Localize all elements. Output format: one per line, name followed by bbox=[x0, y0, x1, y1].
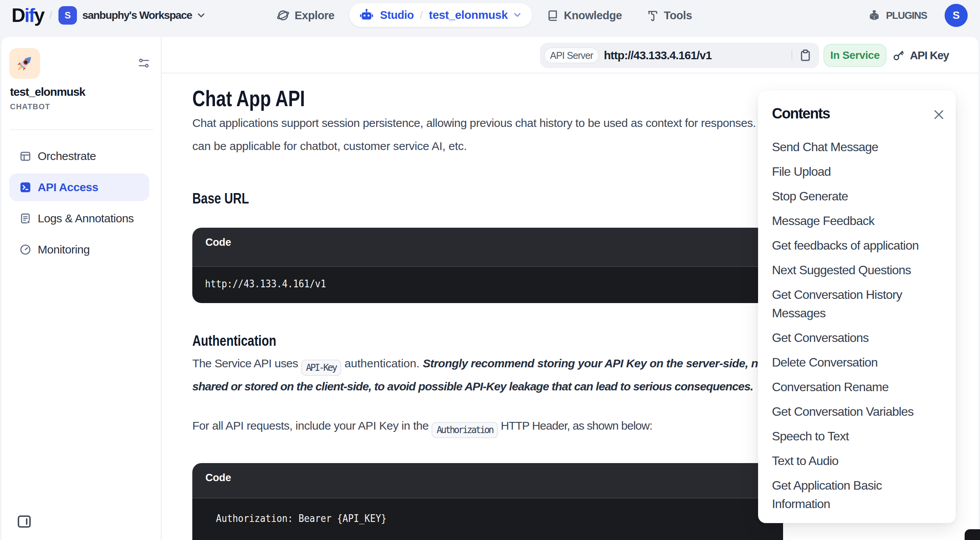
contents-item[interactable]: Send Chat Message bbox=[772, 138, 942, 156]
code-block-body: Authorization: Bearer {API_KEY} bbox=[192, 498, 783, 540]
base-url-code-block: Code http://43.133.4.161/v1 bbox=[192, 228, 783, 303]
contents-item[interactable]: Text to Audio bbox=[772, 452, 942, 470]
contents-item[interactable]: Next Suggested Questions bbox=[772, 261, 942, 279]
sidebar-nav: Orchestrate API Access Logs & Annotation… bbox=[9, 142, 149, 267]
window-grid-icon bbox=[19, 150, 32, 162]
hammer-icon bbox=[646, 9, 659, 22]
sidebar-item-label: Orchestrate bbox=[38, 150, 96, 163]
api-box-divider bbox=[792, 50, 792, 61]
sidebar-item-label: API Access bbox=[38, 181, 98, 194]
collapse-sidebar-icon[interactable] bbox=[18, 515, 31, 528]
sliders-icon[interactable] bbox=[138, 57, 150, 69]
sidebar-item-monitoring[interactable]: Monitoring bbox=[9, 236, 149, 263]
code-block-body: http://43.133.4.161/v1 bbox=[192, 267, 783, 303]
user-avatar[interactable]: S bbox=[945, 4, 968, 27]
header-right: PLUGINS S bbox=[868, 0, 968, 31]
close-icon bbox=[932, 108, 945, 121]
intro-paragraph-line2: can be applicable for chatbot, customer … bbox=[192, 140, 467, 153]
logo-part-if: if bbox=[25, 4, 34, 27]
intro-paragraph-line1: Chat applications support session persis… bbox=[192, 117, 781, 130]
contents-item[interactable]: Message Feedback bbox=[772, 212, 942, 230]
terminal-icon bbox=[19, 181, 32, 193]
logo-part-d: D bbox=[12, 4, 25, 27]
authorization-chip: Authorization bbox=[432, 422, 498, 438]
authorization-code-block: Code Authorization: Bearer {API_KEY} bbox=[192, 463, 783, 540]
app-sidebar: test_elonmusk CHATBOT Orchestrate API Ac… bbox=[2, 37, 162, 540]
contents-item[interactable]: Get Application Basic Information bbox=[772, 476, 942, 513]
app-name: test_elonmusk bbox=[10, 85, 85, 98]
chevron-down-icon bbox=[512, 10, 522, 20]
contents-item[interactable]: Delete Conversation bbox=[772, 353, 942, 372]
tab-tools-label: Tools bbox=[664, 9, 692, 22]
base-url-code: http://43.133.4.161/v1 bbox=[205, 278, 326, 290]
authentication-heading: Authentication bbox=[192, 332, 276, 349]
dify-logo[interactable]: Dify bbox=[12, 0, 44, 31]
api-server-url: http://43.133.4.161/v1 bbox=[604, 49, 792, 62]
contents-item[interactable]: Get Conversation Variables bbox=[772, 402, 942, 421]
contents-item[interactable]: Get feedbacks of application bbox=[772, 236, 942, 255]
logo-part-y: y bbox=[34, 4, 44, 27]
plugins-button[interactable]: PLUGINS bbox=[868, 9, 927, 22]
api-key-chip: API-Key bbox=[301, 360, 342, 376]
sidebar-item-label: Monitoring bbox=[38, 243, 90, 256]
workspace-name: sanbuphy's Workspace bbox=[82, 9, 192, 22]
close-contents-button[interactable] bbox=[931, 107, 947, 122]
page: Dify / S sanbuphy's Workspace Explore St… bbox=[0, 0, 980, 540]
tab-explore-label: Explore bbox=[295, 9, 335, 22]
base-url-heading: Base URL bbox=[192, 190, 249, 207]
key-icon bbox=[892, 49, 905, 62]
document-lines-icon bbox=[19, 212, 32, 225]
book-icon bbox=[546, 9, 559, 22]
workspace-selector[interactable]: S sanbuphy's Workspace bbox=[58, 6, 207, 25]
contents-list: Send Chat Message File Upload Stop Gener… bbox=[772, 138, 942, 519]
tab-tools[interactable]: Tools bbox=[646, 0, 692, 31]
rocket-icon bbox=[14, 53, 35, 74]
status-badge: In Service bbox=[823, 44, 887, 67]
sidebar-divider bbox=[10, 129, 153, 130]
contents-item[interactable]: Speech to Text bbox=[772, 427, 942, 445]
doc-title: Chat App API bbox=[192, 85, 305, 111]
auth-paragraph-line1: The Service API uses API-Key authenticat… bbox=[192, 357, 768, 376]
code-block-header: Code bbox=[192, 463, 783, 498]
code-block-header: Code bbox=[192, 228, 783, 267]
contents-panel: Contents Send Chat Message File Upload S… bbox=[758, 90, 956, 523]
contents-item[interactable]: Stop Generate bbox=[772, 187, 942, 205]
tab-studio-active[interactable]: Studio / test_elonmusk bbox=[349, 3, 532, 27]
tab-explore[interactable]: Explore bbox=[276, 0, 335, 31]
explore-icon bbox=[276, 8, 290, 22]
tab-knowledge-label: Knowledge bbox=[564, 9, 622, 22]
api-key-button[interactable]: API Key bbox=[892, 44, 949, 67]
gauge-icon bbox=[19, 243, 32, 256]
plugin-box-icon bbox=[868, 9, 881, 22]
api-key-label: API Key bbox=[910, 49, 949, 62]
contents-item[interactable]: File Upload bbox=[772, 162, 942, 181]
authorization-code: Authorization: Bearer {API_KEY} bbox=[205, 512, 387, 524]
chevron-down-icon bbox=[196, 10, 207, 21]
contents-item[interactable]: Conversation Rename bbox=[772, 378, 942, 396]
tab-studio-label: Studio bbox=[380, 9, 414, 22]
auth-paragraph-line2: shared or stored on the client-side, to … bbox=[192, 380, 753, 393]
auth-paragraph2: For all API requests, include your API K… bbox=[192, 419, 652, 438]
api-server-box: API Server http://43.133.4.161/v1 bbox=[540, 43, 819, 68]
main-topbar: API Server http://43.133.4.161/v1 In Ser… bbox=[162, 37, 978, 73]
studio-slash: / bbox=[420, 9, 423, 21]
corner-widget[interactable] bbox=[965, 529, 980, 540]
top-header: Dify / S sanbuphy's Workspace Explore St… bbox=[0, 0, 980, 37]
app-type-label: CHATBOT bbox=[10, 102, 50, 111]
tab-knowledge[interactable]: Knowledge bbox=[546, 0, 622, 31]
copy-icon[interactable] bbox=[799, 49, 812, 62]
robot-icon bbox=[359, 8, 374, 22]
sidebar-item-logs[interactable]: Logs & Annotations bbox=[9, 205, 149, 232]
breadcrumb-slash: / bbox=[49, 0, 52, 31]
plugins-label: PLUGINS bbox=[886, 10, 927, 22]
contents-item[interactable]: Get Conversations bbox=[772, 328, 942, 347]
contents-heading: Contents bbox=[772, 105, 830, 122]
workspace-avatar: S bbox=[58, 6, 77, 25]
studio-app-name: test_elonmusk bbox=[429, 8, 508, 22]
app-avatar bbox=[9, 48, 40, 79]
contents-item[interactable]: Get Conversation History Messages bbox=[772, 285, 942, 322]
sidebar-item-label: Logs & Annotations bbox=[38, 212, 134, 225]
sidebar-item-orchestrate[interactable]: Orchestrate bbox=[9, 142, 149, 170]
sidebar-item-api-access[interactable]: API Access bbox=[9, 173, 149, 201]
api-server-label: API Server bbox=[544, 47, 599, 63]
